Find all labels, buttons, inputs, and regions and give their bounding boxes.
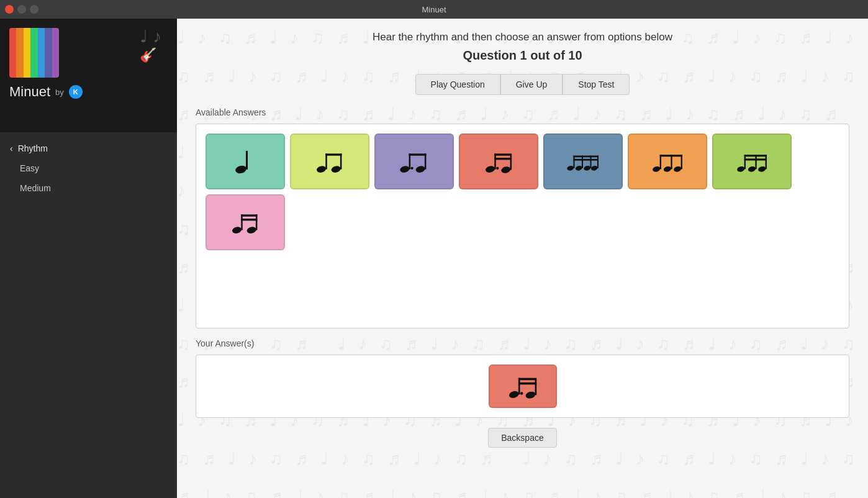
svg-point-51	[508, 390, 519, 399]
svg-point-45	[232, 226, 242, 235]
backspace-button[interactable]: Backspace	[488, 428, 556, 448]
svg-point-0	[235, 165, 247, 174]
svg-point-26	[590, 165, 598, 171]
svg-rect-21	[573, 156, 574, 168]
play-question-button[interactable]: Play Question	[415, 74, 500, 95]
available-answers-container	[196, 124, 849, 328]
svg-rect-38	[744, 155, 746, 169]
svg-point-10	[415, 165, 425, 174]
svg-rect-11	[425, 153, 427, 169]
svg-rect-46	[241, 214, 243, 230]
answer-card-dotted-eighth[interactable]	[459, 134, 538, 189]
svg-point-4	[330, 165, 341, 174]
sidebar-item-easy[interactable]: Easy	[0, 158, 177, 178]
svg-rect-43	[744, 155, 767, 156]
answer-card-eighth-beam[interactable]	[206, 194, 285, 250]
dotted-eighth-pair-icon	[397, 145, 431, 178]
piano-icon	[9, 28, 59, 78]
sidebar-nav: ‹ Rhythm Easy Medium	[0, 132, 177, 204]
main-content: ♩♪♫♬♩♪♫♬♩♪♫♬♩♪♫♬♩♪♫♬♩♪♫♬♩♪♫♬♩♪♫♬♩♪♫♬♩♪♫♬…	[177, 19, 868, 498]
your-answers-container	[196, 355, 849, 418]
close-button[interactable]	[5, 5, 14, 14]
answer-card-eighth-group[interactable]	[712, 134, 792, 189]
available-answers-label: Available Answers	[196, 107, 849, 117]
svg-point-54	[525, 391, 536, 399]
svg-rect-44	[744, 158, 767, 160]
sixteenth-group-icon	[566, 145, 600, 178]
svg-point-41	[757, 166, 766, 173]
svg-rect-8	[409, 153, 411, 169]
by-label: by	[55, 88, 64, 97]
app-layout: ♩ ♪ 🎸 Minuet by K ‹ Rhythm Easy Medium	[0, 19, 868, 498]
your-answers-label: Your Answer(s)	[196, 338, 849, 348]
svg-point-9	[411, 167, 414, 170]
dotted-eighth-icon	[482, 145, 515, 178]
svg-point-30	[652, 166, 661, 173]
svg-rect-1	[246, 151, 248, 170]
app-name: Minuet	[9, 84, 50, 100]
svg-rect-56	[518, 378, 536, 381]
answer-card-dotted-eighth-pair[interactable]	[374, 134, 454, 189]
selected-answer-card[interactable]	[489, 364, 557, 408]
answer-card-eighth-triplet[interactable]	[628, 134, 707, 189]
sidebar-section-rhythm[interactable]: ‹ Rhythm	[0, 138, 177, 158]
svg-rect-35	[681, 155, 682, 169]
give-up-button[interactable]: Give Up	[500, 74, 563, 95]
svg-rect-49	[241, 214, 257, 216]
svg-rect-25	[590, 156, 591, 168]
svg-rect-31	[660, 155, 661, 169]
svg-point-24	[584, 165, 591, 171]
svg-rect-52	[518, 378, 520, 395]
svg-point-2	[316, 165, 327, 174]
music-decoration-icon: ♩ ♪	[140, 27, 161, 46]
eighth-triplet-icon	[651, 145, 684, 178]
answer-card-quarter[interactable]	[206, 134, 285, 189]
svg-rect-6	[325, 153, 341, 155]
page-subtitle: Hear the rhythm and then choose an answe…	[196, 31, 849, 43]
svg-point-32	[663, 166, 672, 173]
svg-rect-14	[494, 153, 496, 169]
svg-point-7	[399, 165, 410, 174]
sidebar: ♩ ♪ 🎸 Minuet by K ‹ Rhythm Easy Medium	[0, 19, 177, 498]
svg-rect-17	[510, 155, 512, 170]
question-label: Question 1 out of 10	[196, 48, 849, 63]
toolbar: Play Question Give Up Stop Test	[196, 74, 849, 95]
svg-rect-50	[241, 219, 257, 220]
minimize-button[interactable]	[17, 5, 26, 14]
svg-rect-12	[409, 153, 427, 155]
main-inner: Hear the rhythm and then choose an answe…	[177, 19, 868, 498]
guitar-decoration-icon: 🎸	[140, 47, 156, 63]
svg-rect-36	[660, 155, 682, 156]
svg-point-34	[673, 166, 682, 173]
svg-point-47	[246, 226, 256, 235]
svg-rect-48	[256, 214, 258, 230]
answer-card-eighth-pair[interactable]	[290, 134, 369, 189]
svg-point-39	[748, 166, 756, 173]
sidebar-header: ♩ ♪ 🎸 Minuet by K	[0, 19, 177, 132]
kde-badge: K	[69, 85, 83, 99]
svg-rect-40	[755, 155, 756, 169]
backspace-area: Backspace	[196, 428, 849, 448]
svg-point-22	[575, 165, 582, 171]
selected-dotted-eighth-icon	[504, 371, 541, 401]
titlebar: Minuet	[0, 0, 868, 19]
svg-rect-28	[573, 156, 599, 158]
maximize-button[interactable]	[30, 5, 38, 14]
stop-test-button[interactable]: Stop Test	[563, 74, 630, 95]
svg-rect-19	[494, 158, 512, 160]
sidebar-item-medium[interactable]: Medium	[0, 178, 177, 198]
svg-rect-42	[766, 155, 767, 169]
svg-point-20	[567, 165, 574, 171]
svg-rect-23	[582, 156, 583, 168]
sidebar-brand: Minuet by K	[9, 84, 83, 100]
svg-point-53	[520, 392, 523, 394]
answer-card-sixteenth-group[interactable]	[543, 134, 623, 189]
svg-rect-57	[518, 383, 536, 385]
back-icon: ‹	[10, 143, 13, 153]
window-title: Minuet	[422, 5, 446, 14]
svg-point-37	[736, 166, 745, 173]
svg-point-15	[496, 167, 499, 170]
eighth-pair-note-icon	[313, 145, 346, 178]
eighth-beam-icon	[228, 206, 262, 239]
rhythm-label: Rhythm	[18, 143, 48, 153]
